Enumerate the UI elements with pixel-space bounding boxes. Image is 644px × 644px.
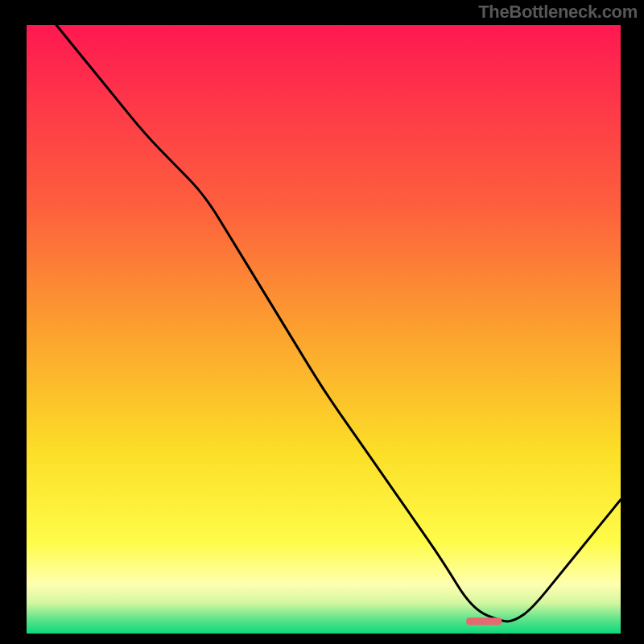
plot-background: [27, 25, 621, 634]
bottleneck-chart: [0, 0, 644, 644]
optimal-point-marker: [466, 617, 502, 625]
chart-container: TheBottleneck.com: [0, 0, 644, 644]
watermark-text: TheBottleneck.com: [478, 2, 638, 23]
